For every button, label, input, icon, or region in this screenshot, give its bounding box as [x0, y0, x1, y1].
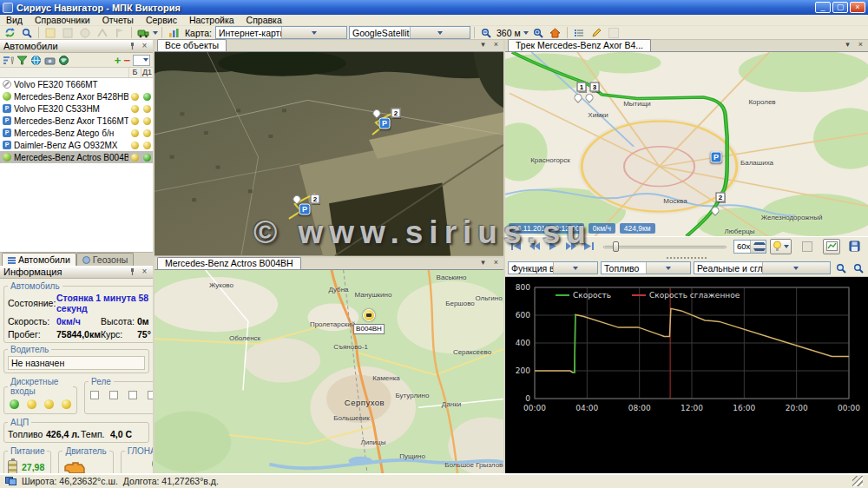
list-icon[interactable] — [571, 26, 587, 39]
zoom-out-icon[interactable] — [478, 26, 494, 39]
menu-item[interactable]: Настройка — [183, 15, 240, 26]
relay-checkbox[interactable] — [90, 391, 99, 399]
menu-item[interactable]: Справочники — [29, 15, 96, 26]
show-chart-button[interactable] — [823, 239, 840, 254]
column-d1[interactable]: Д1 — [141, 68, 153, 77]
combo-arrow-icon[interactable] — [410, 27, 470, 38]
rewind-button[interactable] — [527, 240, 542, 254]
world-icon[interactable] — [58, 55, 69, 66]
close-button[interactable]: × — [850, 2, 865, 13]
parking-marker[interactable]: P — [379, 118, 391, 129]
highlight-track-button[interactable] — [770, 239, 792, 254]
skip-start-button[interactable] — [509, 240, 523, 254]
menu-item[interactable]: Отчеты — [96, 15, 140, 26]
note-icon[interactable] — [43, 26, 58, 39]
relay-checkbox[interactable] — [109, 391, 118, 399]
truck-dropdown-arrow[interactable] — [153, 31, 158, 37]
save-button[interactable] — [847, 240, 862, 254]
combo-arrow-icon[interactable] — [281, 27, 347, 38]
panel-close-icon[interactable]: × — [490, 40, 502, 50]
home-icon[interactable] — [548, 26, 563, 39]
speed-chart-panel[interactable]: 020040060080000:0004:0008:0012:0016:0020… — [505, 277, 868, 473]
skip-end-button[interactable] — [582, 240, 596, 254]
spin-down-icon[interactable] — [753, 247, 766, 253]
track-map[interactable]: 06.11.2011 10:12:00 0км/ч 424,9км ХимкиМ… — [505, 52, 868, 236]
fast-forward-button[interactable] — [563, 240, 578, 254]
chart-icon[interactable] — [166, 26, 181, 39]
point-marker[interactable]: 3 — [590, 82, 600, 92]
vehicle-row[interactable]: Volvo FE320 Т666МТ — [0, 78, 153, 90]
panel-menu-icon[interactable]: ▾ — [477, 40, 489, 50]
satellite-map[interactable]: P2P2 — [155, 52, 503, 256]
option-checkbox[interactable] — [802, 241, 812, 252]
chart-values-combo[interactable]: Реальные и сглаженные значени — [694, 261, 831, 274]
resize-grip[interactable] — [852, 476, 863, 486]
maximize-button[interactable]: ▢ — [832, 2, 848, 13]
tab-track[interactable]: Трек Mercedes-Benz Axor В4... — [508, 39, 651, 51]
flag-icon[interactable] — [112, 26, 128, 39]
pin-icon[interactable] — [128, 267, 138, 277]
vehicle-roadmap[interactable]: ЖуковоДубнаМанушкиноВаськиноБершовоОльги… — [155, 270, 503, 474]
empty-box-icon[interactable] — [606, 26, 621, 39]
camera-icon[interactable] — [44, 55, 56, 66]
panel-close-icon[interactable]: × — [490, 258, 502, 268]
tab-vehicle-map[interactable]: Mercedes-Benz Actros В004ВН — [157, 257, 301, 269]
vehicle-row[interactable]: PMercedes-Benz Atego б/н — [0, 127, 153, 139]
report-icon[interactable] — [60, 26, 76, 39]
zoom-dropdown-arrow[interactable] — [523, 31, 529, 37]
panel-close-icon[interactable]: × — [855, 40, 866, 50]
relay-checkbox[interactable] — [128, 391, 137, 399]
slider-thumb[interactable] — [613, 241, 619, 252]
map-type-combo[interactable]: Интернет-карты — [215, 26, 347, 39]
map-provider-combo[interactable]: GoogleSatellite — [349, 26, 470, 39]
tab-all-objects[interactable]: Все объекты — [157, 39, 227, 51]
tab-vehicles[interactable]: Автомобили — [2, 253, 76, 266]
menu-item[interactable]: Вид — [0, 15, 29, 26]
group-filter-combo[interactable] — [133, 55, 150, 66]
vehicle-row[interactable]: PMercedes-Benz Axor Т166МТ — [0, 115, 153, 127]
vehicle-marker[interactable] — [363, 309, 375, 321]
plate-marker[interactable]: В004ВН — [353, 324, 385, 334]
add-vehicle-button[interactable]: + — [115, 55, 122, 66]
column-b[interactable]: Б — [128, 68, 141, 77]
combo-arrow-icon[interactable] — [646, 262, 691, 274]
chart-zoom-out-icon[interactable] — [851, 261, 865, 275]
filter-icon[interactable] — [16, 55, 28, 66]
vehicle-row[interactable]: PVolvo FE320 С533НМ — [0, 102, 153, 115]
spin-up-icon[interactable] — [753, 241, 766, 247]
playback-slider[interactable] — [603, 241, 727, 253]
panel-menu-icon[interactable]: ▾ — [477, 258, 489, 268]
parking-marker[interactable]: P — [711, 152, 722, 163]
sort-icon[interactable] — [3, 55, 14, 66]
vehicle-row[interactable]: PDaimler-Benz AG О932МХ — [0, 139, 153, 151]
truck-icon[interactable] — [135, 26, 151, 39]
tab-geozones[interactable]: Геозоны — [76, 253, 134, 266]
edit-icon[interactable] — [589, 26, 604, 39]
point-marker[interactable]: 2 — [311, 195, 320, 204]
globe-icon[interactable] — [30, 55, 42, 66]
stop-icon[interactable] — [77, 26, 93, 39]
point-marker[interactable]: 1 — [577, 82, 587, 92]
chart-zoom-in-icon[interactable] — [833, 261, 848, 275]
refresh-button[interactable] — [2, 26, 17, 39]
playback-speed-spinner[interactable]: 60x — [733, 240, 766, 254]
point-marker[interactable]: 2 — [716, 193, 726, 202]
chart-parameter-combo[interactable]: Топливо — [601, 261, 691, 274]
play-button[interactable] — [545, 240, 560, 254]
minimize-button[interactable]: _ — [815, 2, 831, 13]
parking-marker[interactable]: P — [299, 204, 311, 215]
chart-mode-combo[interactable]: Функция времени — [508, 261, 598, 274]
combo-arrow-icon[interactable] — [553, 262, 598, 274]
close-panel-icon[interactable]: × — [140, 267, 149, 277]
vehicle-row[interactable]: Mercedes-Benz Actros В004ВН — [0, 151, 153, 163]
close-panel-icon[interactable]: × — [140, 42, 149, 51]
zoom-in-icon[interactable] — [530, 26, 546, 39]
remove-vehicle-button[interactable]: − — [123, 55, 130, 66]
combo-arrow-icon[interactable] — [762, 262, 831, 274]
relay-checkbox[interactable] — [148, 391, 153, 399]
menu-item[interactable]: Справка — [240, 15, 288, 26]
vehicle-row[interactable]: Mercedes-Benz Axor В428НВ — [0, 90, 153, 102]
point-marker[interactable]: 2 — [391, 109, 401, 118]
menu-item[interactable]: Сервис — [140, 15, 183, 26]
panel-menu-icon[interactable]: ▾ — [842, 40, 853, 50]
